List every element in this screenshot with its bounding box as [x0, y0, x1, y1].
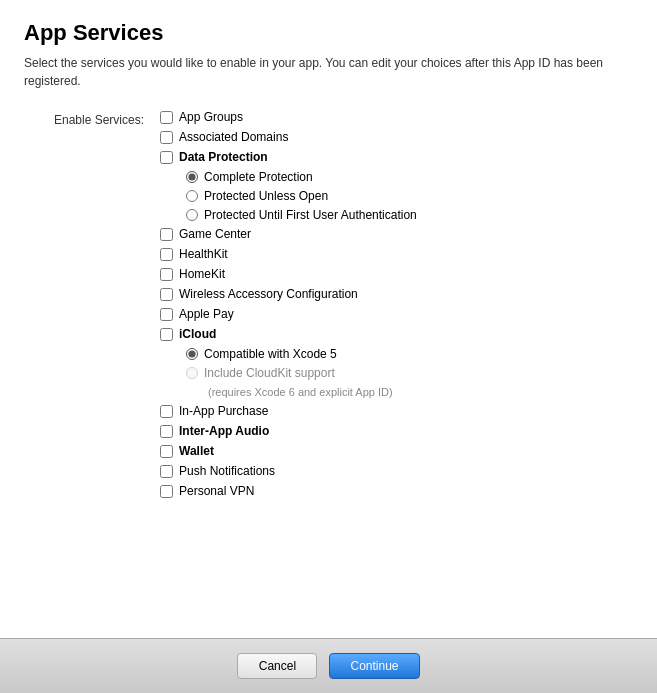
checkbox-homekit[interactable]	[160, 268, 173, 281]
icloud-xcode5-option: Compatible with Xcode 5	[186, 347, 633, 361]
continue-button[interactable]: Continue	[329, 653, 419, 679]
label-push-notifications: Push Notifications	[179, 464, 275, 478]
checkbox-associated-domains[interactable]	[160, 131, 173, 144]
label-wallet: Wallet	[179, 444, 214, 458]
service-game-center: Game Center	[160, 227, 633, 241]
service-wallet: Wallet	[160, 444, 633, 458]
service-homekit: HomeKit	[160, 267, 633, 281]
checkbox-game-center[interactable]	[160, 228, 173, 241]
label-dp-first-auth: Protected Until First User Authenticatio…	[204, 208, 417, 222]
service-data-protection: Data Protection	[160, 150, 633, 164]
service-personal-vpn: Personal VPN	[160, 484, 633, 498]
label-personal-vpn: Personal VPN	[179, 484, 254, 498]
service-wireless-accessory: Wireless Accessory Configuration	[160, 287, 633, 301]
label-icloud: iCloud	[179, 327, 216, 341]
radio-icloud-xcode5[interactable]	[186, 348, 198, 360]
dp-unless-open-option: Protected Unless Open	[186, 189, 633, 203]
dp-first-auth-option: Protected Until First User Authenticatio…	[186, 208, 633, 222]
checkbox-personal-vpn[interactable]	[160, 485, 173, 498]
label-app-groups: App Groups	[179, 110, 243, 124]
icloud-cloudkit-option: Include CloudKit support	[186, 366, 633, 380]
label-associated-domains: Associated Domains	[179, 130, 288, 144]
dp-complete-option: Complete Protection	[186, 170, 633, 184]
service-apple-pay: Apple Pay	[160, 307, 633, 321]
checkbox-app-groups[interactable]	[160, 111, 173, 124]
radio-dp-first-auth[interactable]	[186, 209, 198, 221]
icloud-cloudkit-note: (requires Xcode 6 and explicit App ID)	[208, 385, 633, 400]
radio-dp-unless-open[interactable]	[186, 190, 198, 202]
checkbox-apple-pay[interactable]	[160, 308, 173, 321]
radio-dp-complete[interactable]	[186, 171, 198, 183]
label-in-app-purchase: In-App Purchase	[179, 404, 268, 418]
form-label: Enable Services:	[24, 110, 154, 127]
services-list: App Groups Associated Domains Data Prote…	[154, 110, 633, 504]
label-game-center: Game Center	[179, 227, 251, 241]
service-in-app-purchase: In-App Purchase	[160, 404, 633, 418]
service-associated-domains: Associated Domains	[160, 130, 633, 144]
service-push-notifications: Push Notifications	[160, 464, 633, 478]
page-title: App Services	[24, 20, 633, 46]
label-healthkit: HealthKit	[179, 247, 228, 261]
checkbox-icloud[interactable]	[160, 328, 173, 341]
label-dp-complete: Complete Protection	[204, 170, 313, 184]
service-inter-app-audio: Inter-App Audio	[160, 424, 633, 438]
checkbox-healthkit[interactable]	[160, 248, 173, 261]
label-dp-unless-open: Protected Unless Open	[204, 189, 328, 203]
label-wireless-accessory: Wireless Accessory Configuration	[179, 287, 358, 301]
label-data-protection: Data Protection	[179, 150, 268, 164]
service-app-groups: App Groups	[160, 110, 633, 124]
label-homekit: HomeKit	[179, 267, 225, 281]
data-protection-options: Complete Protection Protected Unless Ope…	[186, 170, 633, 222]
bottom-bar: Cancel Continue	[0, 638, 657, 693]
service-icloud: iCloud	[160, 327, 633, 341]
radio-icloud-cloudkit[interactable]	[186, 367, 198, 379]
checkbox-data-protection[interactable]	[160, 151, 173, 164]
checkbox-push-notifications[interactable]	[160, 465, 173, 478]
checkbox-inter-app-audio[interactable]	[160, 425, 173, 438]
page-description: Select the services you would like to en…	[24, 54, 633, 90]
label-icloud-cloudkit: Include CloudKit support	[204, 366, 335, 380]
label-icloud-xcode5: Compatible with Xcode 5	[204, 347, 337, 361]
label-inter-app-audio: Inter-App Audio	[179, 424, 269, 438]
service-healthkit: HealthKit	[160, 247, 633, 261]
label-apple-pay: Apple Pay	[179, 307, 234, 321]
checkbox-in-app-purchase[interactable]	[160, 405, 173, 418]
cancel-button[interactable]: Cancel	[237, 653, 317, 679]
checkbox-wireless-accessory[interactable]	[160, 288, 173, 301]
icloud-options: Compatible with Xcode 5 Include CloudKit…	[186, 347, 633, 400]
checkbox-wallet[interactable]	[160, 445, 173, 458]
